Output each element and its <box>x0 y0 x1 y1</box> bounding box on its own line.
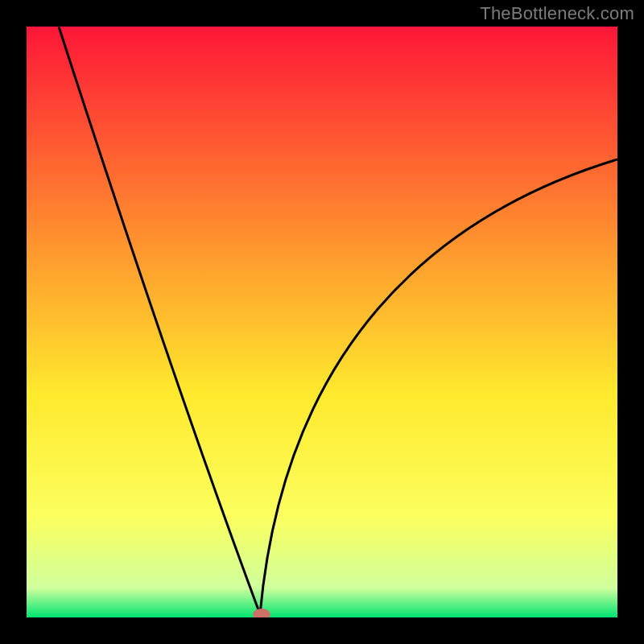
plot-area <box>27 27 617 617</box>
gradient-background <box>27 27 617 617</box>
watermark-text: TheBottleneck.com <box>480 3 634 24</box>
bottleneck-chart <box>27 27 617 617</box>
chart-frame: TheBottleneck.com <box>0 0 644 644</box>
